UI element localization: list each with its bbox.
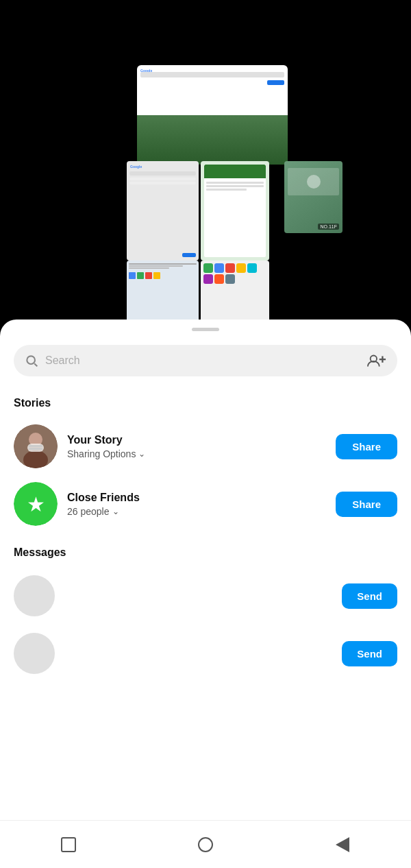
close-friends-avatar: ★ (14, 482, 58, 526)
close-friends-avatar-bg: ★ (14, 482, 58, 526)
nav-back[interactable] (333, 835, 352, 854)
top-area: Google Google NO.11F (0, 0, 411, 315)
close-friends-item: ★ Close Friends 26 people ⌄ Share (0, 475, 411, 533)
messages-section-label: Messages (0, 540, 411, 567)
user-avatar-bg (14, 424, 58, 468)
your-story-name: Your Story (67, 434, 326, 446)
search-bar[interactable]: Search (14, 345, 397, 376)
back-icon (336, 837, 349, 852)
svg-line-1 (34, 363, 37, 366)
bottom-nav (0, 820, 411, 868)
close-friends-subtitle[interactable]: 26 people ⌄ (67, 506, 326, 517)
home-icon (198, 837, 213, 852)
star-icon: ★ (27, 492, 45, 516)
svg-rect-9 (29, 445, 42, 447)
close-friends-chevron: ⌄ (112, 507, 119, 516)
message-avatar-2 (14, 633, 55, 674)
messages-section: Messages Send Send (0, 540, 411, 682)
people-count-text: 26 people (67, 506, 110, 517)
your-story-share-button[interactable]: Share (336, 434, 397, 459)
message-item-2: Send (0, 625, 411, 682)
your-story-item: Your Story Sharing Options ⌄ Share (0, 418, 411, 475)
close-friends-share-button[interactable]: Share (336, 492, 397, 517)
add-people-icon[interactable] (367, 353, 386, 368)
your-story-avatar (14, 424, 58, 468)
nav-recent-apps[interactable] (59, 835, 78, 854)
send-button-2[interactable]: Send (342, 641, 397, 666)
search-container: Search (0, 345, 411, 390)
close-friends-info: Close Friends 26 people ⌄ (67, 492, 326, 517)
sharing-options-chevron: ⌄ (138, 449, 145, 459)
sharing-options-text: Sharing Options (67, 448, 136, 459)
message-item-1: Send (0, 567, 411, 625)
collage-row3-mid (201, 261, 269, 329)
svg-point-0 (27, 356, 35, 364)
drag-handle[interactable] (192, 328, 219, 331)
collage-right-photo: NO.11F (284, 161, 342, 233)
collage-mid-panel (201, 161, 269, 261)
your-story-subtitle[interactable]: Sharing Options ⌄ (67, 448, 326, 459)
search-input[interactable]: Search (45, 354, 360, 367)
your-story-info: Your Story Sharing Options ⌄ (67, 434, 326, 459)
stories-section-label: Stories (0, 390, 411, 418)
collage-white-card: Google (137, 65, 288, 165)
recent-apps-icon (61, 837, 76, 852)
svg-rect-10 (29, 448, 42, 450)
message-avatar-1 (14, 575, 55, 616)
close-friends-name: Close Friends (67, 492, 326, 504)
nav-home[interactable] (196, 835, 215, 854)
collage-left-panel: Google (127, 161, 199, 261)
bottom-sheet: Search Stories (0, 320, 411, 868)
collage-row3-left (127, 261, 199, 329)
send-button-1[interactable]: Send (342, 583, 397, 609)
search-icon (25, 354, 38, 367)
screenshot-collage: Google Google NO.11F (127, 65, 284, 264)
